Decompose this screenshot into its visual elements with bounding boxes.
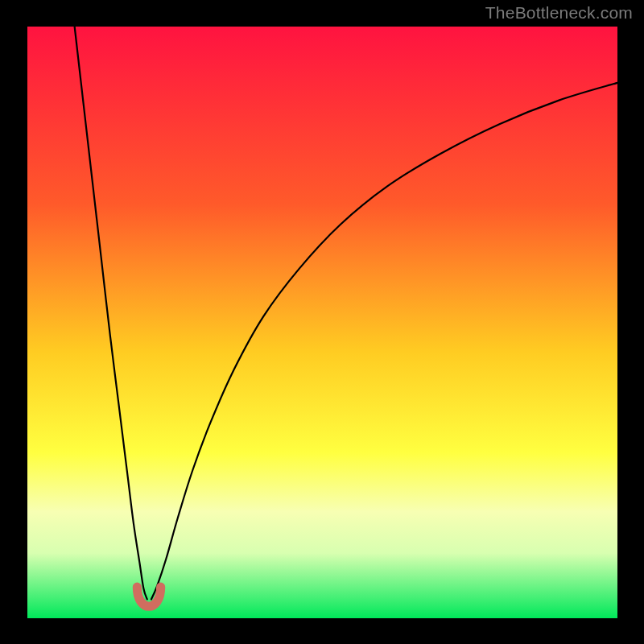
bottleneck-chart xyxy=(0,0,644,644)
plot-gradient-background xyxy=(27,27,617,618)
watermark-label: TheBottleneck.com xyxy=(485,3,633,23)
app-frame: TheBottleneck.com xyxy=(0,0,644,644)
